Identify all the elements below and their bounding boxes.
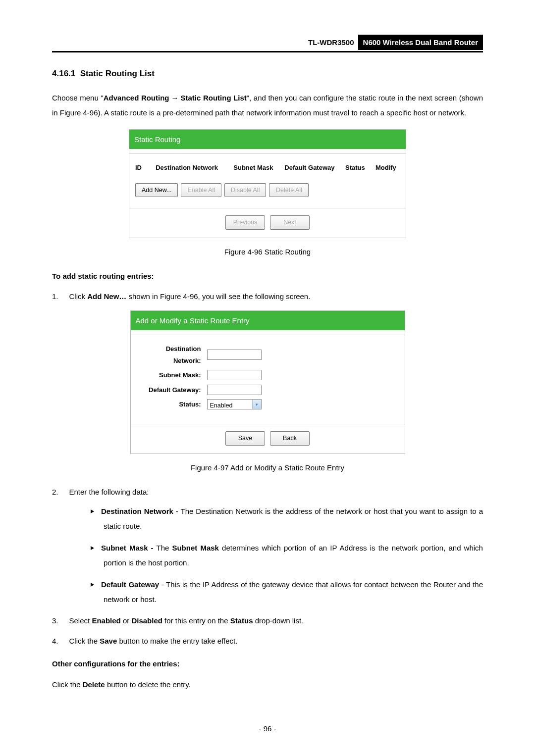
previous-button[interactable]: Previous — [225, 215, 265, 230]
label-status: Status: — [138, 399, 207, 410]
product-label: N600 Wireless Dual Band Router — [358, 35, 483, 50]
table-header: ID Destination Network Subnet Mask Defau… — [129, 154, 406, 183]
label-dest: Destination Network: — [138, 343, 207, 366]
step-2: 2. Enter the following data: Destination… — [52, 485, 483, 607]
col-dest: Destination Network — [156, 162, 233, 173]
section-title: Static Routing List — [80, 69, 155, 78]
bullet-gw: Default Gateway - This is the IP Address… — [71, 577, 483, 607]
model-label: TL-WDR3500 — [304, 35, 358, 50]
figure-96-caption: Figure 4-96 Static Routing — [52, 245, 483, 258]
form-button-row: Save Back — [131, 424, 405, 454]
document-header: TL-WDR3500 N600 Wireless Dual Band Route… — [52, 35, 483, 52]
col-status: Status — [345, 162, 375, 173]
panel-title: Static Routing — [129, 130, 406, 149]
bullet-dest: Destination Network - The Destination Ne… — [71, 504, 483, 534]
label-gw: Default Gateway: — [138, 384, 207, 396]
steps-list-cont: 2. Enter the following data: Destination… — [52, 485, 483, 649]
step-2-sublist: Destination Network - The Destination Ne… — [71, 504, 483, 607]
disable-all-button[interactable]: Disable All — [224, 183, 266, 198]
mask-input[interactable] — [207, 370, 262, 380]
step-4: 4. Click the Save button to make the ent… — [52, 634, 483, 649]
status-value: Enabled — [208, 400, 252, 409]
page-number: - 96 - — [52, 722, 483, 735]
section-number: 4.16.1 — [52, 69, 75, 78]
save-button[interactable]: Save — [225, 431, 265, 446]
delete-all-button[interactable]: Delete All — [269, 183, 309, 198]
section-heading: 4.16.1 Static Routing List — [52, 66, 483, 82]
step-1: 1. Click Add New… shown in Figure 4-96, … — [52, 290, 483, 304]
chevron-down-icon: ▾ — [252, 400, 261, 409]
figure-96: Static Routing ID Destination Network Su… — [52, 129, 483, 238]
figure-97-caption: Figure 4-97 Add or Modify a Static Route… — [52, 461, 483, 474]
steps-list: 1. Click Add New… shown in Figure 4-96, … — [52, 290, 483, 304]
button-row: Add New... Enable All Disable All Delete… — [129, 183, 406, 208]
col-modify: Modify — [375, 162, 400, 173]
other-config-heading: Other configurations for the entries: — [52, 657, 483, 670]
col-gw: Default Gateway — [284, 162, 345, 173]
gateway-input[interactable] — [207, 385, 262, 395]
next-button[interactable]: Next — [270, 215, 310, 230]
bullet-mask: Subnet Mask - The Subnet Mask determines… — [71, 541, 483, 570]
col-id: ID — [135, 162, 156, 173]
step-3: 3. Select Enabled or Disabled for this e… — [52, 614, 483, 628]
add-new-button[interactable]: Add New... — [135, 183, 178, 198]
label-mask: Subnet Mask: — [138, 369, 207, 381]
enable-all-button[interactable]: Enable All — [181, 183, 221, 198]
col-mask: Subnet Mask — [233, 162, 284, 173]
pager-row: Previous Next — [129, 208, 406, 238]
bullet-icon — [91, 583, 94, 587]
bullet-icon — [91, 509, 94, 513]
back-button[interactable]: Back — [270, 431, 310, 446]
status-select[interactable]: Enabled ▾ — [207, 399, 262, 409]
bullet-icon — [91, 546, 94, 550]
add-entries-heading: To add static routing entries: — [52, 269, 483, 283]
dest-input[interactable] — [207, 350, 262, 360]
other-config-text: Click the Delete button to delete the en… — [52, 677, 483, 692]
intro-paragraph: Choose menu "Advanced Routing→Static Rou… — [52, 91, 483, 120]
figure-97: Add or Modify a Static Route Entry Desti… — [52, 310, 483, 454]
panel-title: Add or Modify a Static Route Entry — [131, 311, 405, 330]
arrow-icon: → — [169, 94, 181, 102]
